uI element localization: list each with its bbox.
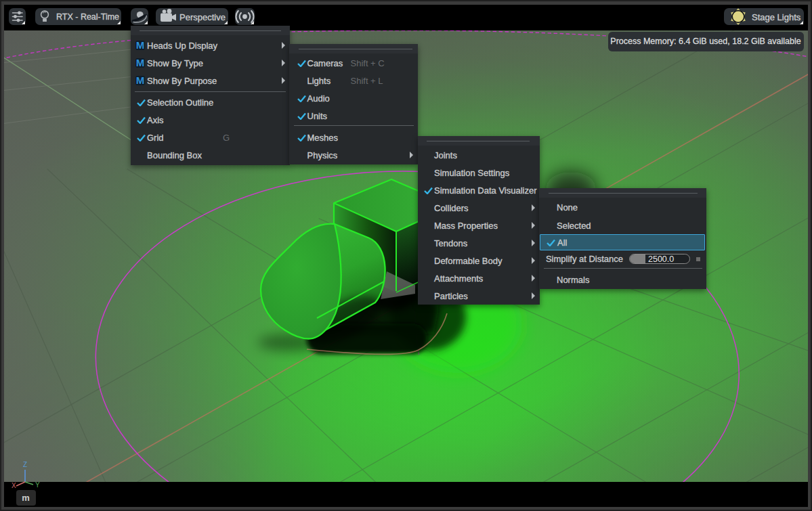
svg-text:Z: Z	[23, 461, 27, 468]
svg-text:X: X	[12, 482, 16, 489]
svg-text:Y: Y	[35, 481, 40, 489]
